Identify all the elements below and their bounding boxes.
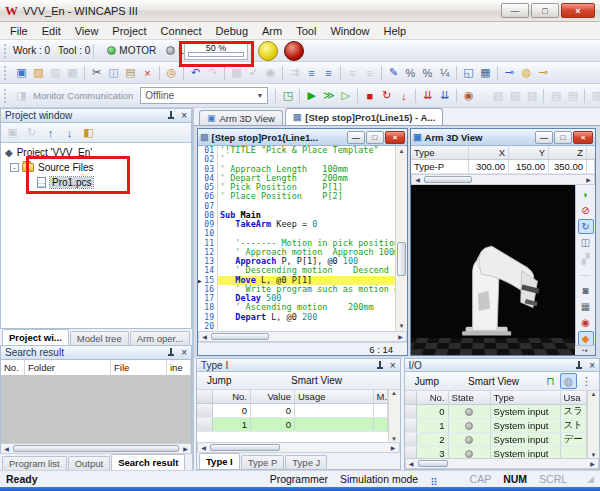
stop-icon[interactable]: ■: [361, 88, 378, 104]
row-selector[interactable]: [197, 418, 213, 431]
code-line-16[interactable]: 16 ' Write program such as motion o: [198, 285, 395, 294]
undo-icon[interactable]: ↶: [187, 65, 204, 81]
scroll-left-icon[interactable]: ◀: [1, 445, 12, 452]
speed-25-icon[interactable]: ¼: [436, 65, 453, 81]
line-number[interactable]: 05: [198, 183, 218, 192]
position-table-row[interactable]: Type-P300.00150.00350.00: [411, 160, 595, 174]
code-text[interactable]: ' Write program such as motion o: [218, 285, 395, 294]
menu-window[interactable]: Window: [323, 23, 376, 39]
project-tree[interactable]: ◆ Project 'VVV_En' - Source Files Pro1.p…: [0, 143, 192, 329]
scroll-left-icon[interactable]: ◀: [199, 333, 210, 340]
tab-project-wi[interactable]: Project wi...: [2, 329, 69, 345]
type-i-row-0[interactable]: 00: [197, 404, 388, 418]
scroll-thumb[interactable]: [211, 333, 269, 340]
speed-100-icon[interactable]: %: [402, 65, 419, 81]
code-line-07[interactable]: 07: [198, 202, 395, 211]
jump-button[interactable]: Jump: [409, 376, 445, 387]
move-down-icon[interactable]: ↓: [61, 125, 78, 141]
scroll-thumb[interactable]: [424, 176, 472, 183]
line-number[interactable]: 10: [198, 229, 218, 238]
io-row-2[interactable]: 2System inputデー: [405, 433, 587, 447]
tab-type-j[interactable]: Type J: [285, 455, 327, 469]
line-number[interactable]: 03: [198, 165, 218, 174]
line-number[interactable]: 14: [198, 266, 218, 275]
scroll-up-icon[interactable]: ▲: [389, 390, 400, 396]
line-number[interactable]: 09: [198, 220, 218, 229]
cell-no[interactable]: 0: [213, 404, 251, 417]
cell-state[interactable]: [449, 433, 491, 446]
cell-usage[interactable]: デー: [561, 433, 587, 446]
speed-control[interactable]: 50 %: [184, 42, 248, 60]
tree-node-pro1[interactable]: Pro1.pcs: [1, 175, 191, 190]
connection-dropdown[interactable]: Offline ▼: [140, 87, 268, 104]
close-button[interactable]: ×: [385, 131, 405, 144]
grid-vscrollbar[interactable]: ▲ ▼: [587, 391, 599, 458]
smart-view-button[interactable]: Smart View: [462, 376, 525, 387]
cell-no[interactable]: 1: [213, 418, 251, 431]
toolbar-grip[interactable]: [4, 66, 8, 80]
scroll-right-icon[interactable]: ▶: [395, 333, 406, 340]
tab-type-p[interactable]: Type P: [241, 455, 285, 469]
record-settings-icon[interactable]: ▦: [578, 299, 594, 314]
open-project-icon[interactable]: ▨: [30, 65, 47, 81]
scroll-left-icon[interactable]: ◀: [406, 460, 417, 467]
code-line-14[interactable]: 14 ' Descending motion Descend t: [198, 266, 395, 275]
menu-edit[interactable]: Edit: [35, 23, 68, 39]
cell-usage[interactable]: スラ: [561, 405, 587, 418]
motor-label[interactable]: MOTOR: [119, 45, 156, 56]
run-icon[interactable]: ▶: [303, 88, 320, 104]
search-result-body[interactable]: [0, 375, 192, 443]
editor-hscrollbar[interactable]: ◀ ▶: [198, 331, 407, 342]
code-text[interactable]: ' Ascending motion 200mm: [218, 303, 395, 312]
code-text[interactable]: Move L, @0 P[1]: [218, 276, 395, 285]
restore-button[interactable]: □: [554, 131, 572, 144]
pin-icon[interactable]: [167, 111, 175, 120]
pin-icon[interactable]: [167, 348, 175, 357]
orbit-view-icon[interactable]: ↻: [578, 219, 594, 234]
minimize-button[interactable]: —: [347, 131, 365, 144]
line-number[interactable]: 18: [198, 303, 218, 312]
state-lamp-icon[interactable]: ◍: [560, 373, 577, 389]
tab-model-tree[interactable]: Model tree: [70, 331, 129, 345]
code-line-20[interactable]: 20: [198, 322, 395, 331]
code-line-12[interactable]: 12 ' Approach motion Approach 100m: [198, 248, 395, 257]
row-selector[interactable]: [405, 419, 417, 432]
row-selector[interactable]: [197, 404, 213, 417]
line-number[interactable]: 01: [198, 146, 218, 155]
code-text[interactable]: [218, 229, 395, 238]
scroll-thumb[interactable]: [397, 242, 406, 276]
cycle-stop-icon[interactable]: ↻: [378, 88, 395, 104]
display-option-icon[interactable]: ◧: [80, 125, 97, 141]
scroll-right-icon[interactable]: ▶: [388, 444, 399, 451]
copy-icon[interactable]: ◫: [105, 65, 122, 81]
code-line-06[interactable]: 06' Place Position P[2]: [198, 192, 395, 201]
minimize-button[interactable]: —: [535, 131, 553, 144]
code-text[interactable]: ' Approach Length 100mm: [218, 165, 395, 174]
toolbar-grip[interactable]: [4, 44, 8, 58]
tab-arm-oper[interactable]: Arm oper...: [130, 331, 190, 345]
code-text[interactable]: Approach P, P[1], @0 100: [218, 257, 395, 266]
cell-usage[interactable]: [295, 404, 374, 417]
data-bank-icon[interactable]: ◍: [518, 65, 535, 81]
restore-button[interactable]: □: [366, 131, 384, 144]
tree-node-project[interactable]: ◆ Project 'VVV_En': [1, 145, 191, 160]
line-number[interactable]: 13: [198, 257, 218, 266]
grid-vscrollbar[interactable]: ▲ ▼: [388, 390, 400, 442]
menu-arm[interactable]: Arm: [255, 23, 289, 39]
speed-progressbar[interactable]: [188, 52, 244, 57]
code-line-08[interactable]: 08Sub Main: [198, 211, 395, 220]
scroll-up-icon[interactable]: ▲: [396, 146, 407, 156]
code-text[interactable]: '------- Motion in pick position: [218, 239, 395, 248]
io-window-icon[interactable]: ▦: [477, 65, 494, 81]
collision-check-icon[interactable]: ⊘: [578, 203, 594, 218]
line-number[interactable]: 15▶: [198, 276, 218, 285]
viewport-toolbar-scroll[interactable]: ▪ ▸: [575, 345, 595, 355]
scroll-right-icon[interactable]: ▶: [587, 460, 598, 467]
menu-project[interactable]: Project: [105, 23, 153, 39]
code-text[interactable]: ' Approach motion Approach 100m: [218, 248, 395, 257]
tree-label-pro1[interactable]: Pro1.pcs: [50, 177, 93, 188]
scroll-thumb[interactable]: [13, 445, 179, 452]
tab-type-i[interactable]: Type I: [199, 453, 240, 469]
scroll-down-icon[interactable]: ▼: [396, 321, 407, 331]
code-line-18[interactable]: 18 ' Ascending motion 200mm: [198, 303, 395, 312]
